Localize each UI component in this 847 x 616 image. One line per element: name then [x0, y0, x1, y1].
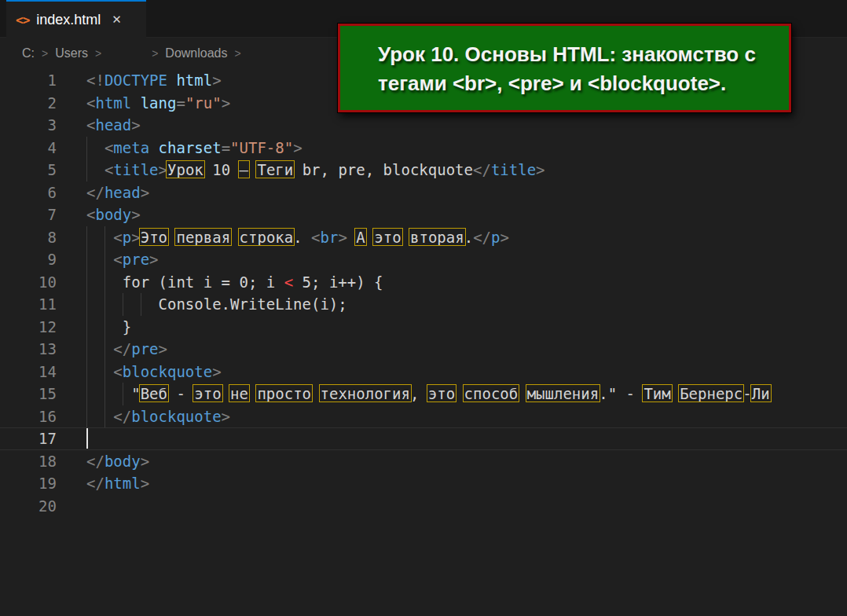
current-line-highlight — [0, 427, 847, 450]
line-number[interactable]: 12 — [0, 316, 57, 339]
line-number[interactable]: 7 — [0, 204, 57, 226]
code-line[interactable]: 20 — [0, 495, 847, 518]
unicode-highlight-box: это — [428, 385, 455, 402]
tab-label: index.html — [36, 12, 101, 28]
line-number[interactable]: 13 — [0, 338, 57, 361]
code-text: <pre> — [86, 248, 159, 271]
unicode-highlight-box: мышления — [527, 385, 600, 402]
unicode-highlight-box: просто — [257, 385, 311, 402]
unicode-highlight-box: А — [356, 229, 365, 246]
code-line[interactable]: 16 </blockquote> — [0, 405, 847, 428]
line-number[interactable]: 15 — [0, 383, 57, 405]
code-text: <html lang="ru"> — [86, 92, 230, 115]
unicode-highlight-box: не — [230, 385, 248, 402]
html-file-icon: <> — [16, 13, 29, 28]
line-number[interactable]: 3 — [0, 114, 57, 137]
code-text: "Веб - это не просто технология, это спо… — [86, 383, 770, 405]
code-text: <body> — [86, 204, 141, 226]
unicode-highlight-box: это — [374, 229, 401, 246]
unicode-highlight-box: способ — [464, 385, 519, 402]
line-number[interactable]: 2 — [0, 92, 57, 115]
line-number[interactable]: 9 — [0, 248, 57, 271]
code-text: </blockquote> — [86, 405, 230, 428]
code-text: </head> — [86, 182, 149, 204]
line-number[interactable]: 5 — [0, 159, 57, 182]
line-number[interactable]: 17 — [0, 427, 57, 450]
line-number[interactable]: 6 — [0, 182, 57, 204]
line-number[interactable]: 14 — [0, 361, 57, 383]
unicode-highlight-box: технология — [321, 385, 410, 402]
line-number[interactable]: 19 — [0, 472, 57, 495]
code-line[interactable]: 4 <meta charset="UTF-8"> — [0, 137, 847, 160]
breadcrumb-chevron-icon: > — [42, 47, 48, 60]
unicode-highlight-box: Тим — [644, 385, 670, 402]
line-number[interactable]: 18 — [0, 450, 57, 473]
code-line[interactable]: 14 <blockquote> — [0, 361, 847, 383]
code-text: } — [86, 316, 131, 339]
tab-index-html[interactable]: <> index.html ✕ — [6, 0, 146, 38]
line-number[interactable]: 20 — [0, 495, 57, 518]
unicode-highlight-box: Ли — [752, 385, 770, 402]
code-line[interactable]: 12 } — [0, 316, 847, 339]
code-text: <blockquote> — [86, 361, 222, 383]
line-number[interactable]: 4 — [0, 137, 57, 160]
code-line[interactable]: 8 <p>Это первая строка. <br> А это втора… — [0, 226, 847, 249]
code-line[interactable]: 18</body> — [0, 450, 847, 473]
unicode-highlight-box: Теги — [257, 161, 293, 178]
code-text: <title>Урок 10 – Теги br, pre, blockquot… — [86, 159, 545, 182]
code-line[interactable]: 7<body> — [0, 204, 847, 226]
banner-title-line1: Урок 10. Основы HTML: знакомство с — [378, 40, 765, 69]
breadcrumb-item[interactable]: Users — [55, 46, 88, 60]
code-line[interactable]: 15 "Веб - это не просто технология, это … — [0, 383, 847, 405]
code-text: <head> — [86, 114, 141, 137]
unicode-highlight-box: Урок — [167, 161, 204, 178]
code-text: for (int i = 0; i < 5; i++) { — [86, 271, 383, 294]
unicode-highlight-box: это — [194, 385, 221, 402]
code-line[interactable]: 17 — [0, 427, 847, 450]
text-cursor — [86, 428, 88, 449]
code-text: <p>Это первая строка. <br> А это вторая.… — [86, 226, 509, 249]
code-line[interactable]: 5 <title>Урок 10 – Теги br, pre, blockqu… — [0, 159, 847, 182]
breadcrumb-chevron-icon: > — [152, 47, 158, 60]
code-text: <!DOCTYPE html> — [86, 69, 222, 92]
lesson-title-banner: Урок 10. Основы HTML: знакомство с тегам… — [338, 24, 791, 112]
code-text: Console.WriteLine(i); — [86, 293, 347, 316]
unicode-highlight-box: Это — [141, 229, 167, 246]
code-line[interactable]: 10 for (int i = 0; i < 5; i++) { — [0, 271, 847, 294]
code-line[interactable]: 3<head> — [0, 114, 847, 137]
unicode-highlight-box: первая — [176, 229, 230, 246]
line-number[interactable]: 8 — [0, 226, 57, 249]
code-text: </body> — [86, 450, 149, 473]
unicode-highlight-box: – — [240, 161, 248, 178]
breadcrumb-item[interactable]: C: — [22, 46, 35, 60]
unicode-highlight-box: вторая — [410, 229, 464, 246]
code-line[interactable]: 13 </pre> — [0, 338, 847, 361]
line-number[interactable]: 11 — [0, 293, 57, 316]
code-text: </html> — [86, 472, 149, 495]
code-line[interactable]: 11 Console.WriteLine(i); — [0, 293, 847, 316]
editor[interactable]: 1<!DOCTYPE html>2<html lang="ru">3<head>… — [0, 69, 847, 517]
unicode-highlight-box: Бернерс — [680, 385, 742, 402]
breadcrumb-chevron-icon: > — [235, 47, 241, 60]
unicode-highlight-box: строка — [240, 229, 294, 246]
line-number[interactable]: 10 — [0, 271, 57, 294]
unicode-highlight-box: Веб — [141, 385, 167, 402]
banner-title-line2: тегами <br>, <pre> и <blockquote>. — [378, 69, 765, 98]
code-text: <meta charset="UTF-8"> — [86, 137, 302, 160]
close-icon[interactable]: ✕ — [112, 13, 122, 27]
line-number[interactable]: 16 — [0, 405, 57, 428]
breadcrumb-item[interactable]: Downloads — [165, 46, 227, 60]
breadcrumb: C:>Users>>Downloads> — [0, 38, 248, 69]
code-line[interactable]: 19</html> — [0, 472, 847, 495]
code-line[interactable]: 9 <pre> — [0, 248, 847, 271]
breadcrumb-chevron-icon: > — [95, 47, 101, 60]
code-text: </pre> — [86, 338, 167, 361]
line-number[interactable]: 1 — [0, 69, 57, 92]
code-line[interactable]: 6</head> — [0, 182, 847, 204]
